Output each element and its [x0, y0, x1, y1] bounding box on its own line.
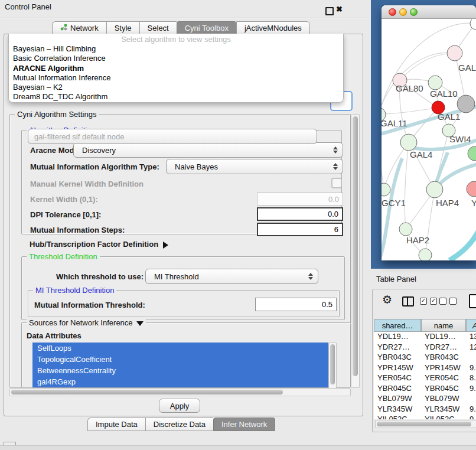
- scrollbar-thumb[interactable]: [353, 116, 358, 376]
- list-item[interactable]: SelfLoops: [32, 343, 328, 354]
- field-value: 6: [334, 225, 338, 234]
- sources-toggle[interactable]: Sources for Network Inference: [27, 318, 146, 327]
- algorithm-option[interactable]: Bayesian – K2: [9, 83, 343, 92]
- close-window-icon[interactable]: [389, 8, 396, 16]
- zoom-window-icon[interactable]: [410, 8, 418, 16]
- node-hap4[interactable]: [426, 181, 443, 198]
- tab-impute-data[interactable]: Impute Data: [87, 418, 145, 431]
- algorithm-option[interactable]: Dream8 DC_TDC Algorithm: [9, 92, 343, 102]
- node-selection-combo[interactable]: gal-filtered sif default node: [28, 129, 317, 144]
- table-row[interactable]: YBR045CYBR045C9.: [374, 384, 476, 394]
- node-salmon[interactable]: [467, 181, 476, 197]
- mi-steps-label: Mutual Information Steps:: [30, 226, 125, 234]
- dpi-tolerance-field[interactable]: 0.0: [257, 207, 343, 221]
- table-row[interactable]: YPR145WYPR145W9.: [374, 363, 476, 374]
- stepper-arrows-icon: [333, 146, 338, 154]
- node-gal4[interactable]: [400, 134, 417, 151]
- float-panel-icon[interactable]: [325, 7, 334, 15]
- manual-kernel-label: Manual Kernel Width Definition: [30, 180, 144, 188]
- control-panel-header: Control Panel: [0, 0, 366, 14]
- table-panel-title: Table Panel: [376, 275, 416, 283]
- node-label: GAL10: [430, 89, 458, 99]
- node-gray[interactable]: [457, 95, 475, 113]
- window-titlebar[interactable]: [382, 5, 476, 19]
- dpi-tolerance-label: DPI Tolerance [0,1]:: [30, 210, 101, 219]
- group-title: Cyni Algorithm Settings: [15, 110, 99, 119]
- tab-select[interactable]: Select: [139, 21, 177, 35]
- triangle-down-icon: [136, 321, 144, 326]
- scrollbar-thumb[interactable]: [330, 344, 335, 384]
- deselect-all-columns-icon[interactable]: [439, 298, 457, 305]
- aracne-mode-combo[interactable]: Discovery: [73, 142, 343, 158]
- tab-infer-network[interactable]: Infer Network: [213, 418, 275, 431]
- tab-jactivemnodules[interactable]: jActiveMNodules: [236, 21, 310, 35]
- network-window[interactable]: GAL GAL80 GAL10 GAL1 GAL11 SWI4 GAL4 GCY…: [382, 5, 476, 260]
- network-canvas[interactable]: GAL GAL80 GAL10 GAL1 GAL11 SWI4 GAL4 GCY…: [382, 19, 476, 260]
- table-body[interactable]: YDL19…YDL19…13 YDR27…YDR27…12 YBR043CYBR…: [374, 332, 476, 419]
- algorithm-option[interactable]: Mutual Information Inference: [9, 73, 343, 83]
- combo-value: MI Threshold: [154, 272, 199, 281]
- node-hap2[interactable]: [399, 223, 412, 236]
- field-value: 0.0: [328, 210, 338, 219]
- table-row[interactable]: YER054CYER054C8.: [374, 373, 476, 384]
- column-header-name[interactable]: name: [421, 319, 466, 332]
- group-title: Threshold Definition: [27, 252, 100, 261]
- apply-label: Apply: [170, 402, 190, 410]
- node-partial[interactable]: [470, 19, 476, 30]
- table-panel: ⚙ shared… name A YDL19…YDL19…13 YDR27…YD…: [372, 289, 476, 432]
- settings-vertical-scrollbar[interactable]: [351, 114, 360, 388]
- list-scrollbar[interactable]: [328, 343, 337, 389]
- apply-button[interactable]: Apply: [159, 399, 200, 413]
- tab-cyni-toolbox[interactable]: Cyni Toolbox: [177, 21, 236, 35]
- tab-label: jActiveMNodules: [244, 24, 302, 32]
- algorithm-option[interactable]: Basic Correlation Inference: [9, 54, 343, 63]
- scrollbar-thumb[interactable]: [11, 390, 283, 394]
- close-icon[interactable]: ✖: [336, 5, 343, 14]
- table-row-clipped[interactable]: YIL052CYIL052C9: [374, 415, 476, 419]
- list-item[interactable]: TopologicalCoefficient: [32, 354, 328, 365]
- table-row[interactable]: YBR043CYBR043C: [374, 353, 476, 363]
- column-header-shared-name[interactable]: shared…: [374, 319, 421, 332]
- node-label: GAL1: [438, 112, 460, 122]
- select-all-columns-icon[interactable]: [420, 298, 437, 305]
- settings-horizontal-scrollbar[interactable]: [9, 388, 351, 396]
- which-threshold-combo[interactable]: MI Threshold: [145, 269, 318, 284]
- algorithm-option-selected[interactable]: ARACNE Algorithm: [9, 64, 343, 73]
- network-icon: [60, 24, 67, 32]
- manual-kernel-checkbox[interactable]: [331, 178, 342, 188]
- column-header-partial[interactable]: A: [466, 319, 476, 332]
- table-row[interactable]: YDR27…YDR27…12: [374, 343, 476, 353]
- tab-style[interactable]: Style: [106, 21, 139, 35]
- cyni-algorithm-settings-group: Cyni Algorithm Settings Algorithm Defini…: [9, 114, 351, 388]
- mi-threshold-definition-group: MI Threshold Definition Mutual Informati…: [28, 290, 340, 317]
- columns-icon[interactable]: [402, 296, 414, 306]
- bottom-strip: [0, 445, 476, 450]
- node-bright-green[interactable]: [468, 146, 476, 161]
- function-builder-icon[interactable]: [469, 294, 476, 308]
- node-gal-pink[interactable]: [447, 45, 462, 61]
- mi-steps-field[interactable]: 6: [257, 223, 343, 236]
- gear-icon[interactable]: ⚙: [382, 293, 392, 306]
- table-horizontal-scrollbar[interactable]: [375, 420, 476, 428]
- tab-discretize-data[interactable]: Discretize Data: [145, 418, 213, 431]
- table-row[interactable]: YDL19…YDL19…13: [374, 332, 476, 343]
- algorithm-option[interactable]: Bayesian – Hill Climbing: [9, 44, 343, 54]
- tab-network[interactable]: Network: [52, 21, 106, 35]
- list-item[interactable]: gal4RGexp: [32, 376, 328, 387]
- node-bottom[interactable]: [419, 249, 432, 260]
- node-gcy1[interactable]: [382, 183, 390, 196]
- table-row[interactable]: YBL079WYBL079W: [374, 394, 476, 405]
- table-row[interactable]: YLR345WYLR345W9.: [374, 405, 476, 415]
- dropdown-hint: Select algorithm to view settings: [9, 34, 343, 44]
- list-item[interactable]: BetweennessCentrality: [32, 365, 328, 376]
- tab-label: Network: [70, 24, 99, 32]
- minimize-window-icon[interactable]: [399, 8, 407, 16]
- kernel-width-field[interactable]: 0.0: [257, 193, 343, 206]
- mi-type-combo[interactable]: Naive Bayes: [166, 159, 343, 174]
- mi-threshold-field[interactable]: 0.5: [255, 298, 337, 311]
- node-gal10[interactable]: [428, 76, 442, 90]
- hub-tf-definition-toggle[interactable]: Hub/Transcription Factor Definition: [30, 240, 168, 249]
- tab-label: Style: [115, 24, 132, 32]
- scrollbar-thumb[interactable]: [377, 422, 471, 426]
- attribute-list[interactable]: SelfLoops TopologicalCoefficient Between…: [32, 343, 328, 387]
